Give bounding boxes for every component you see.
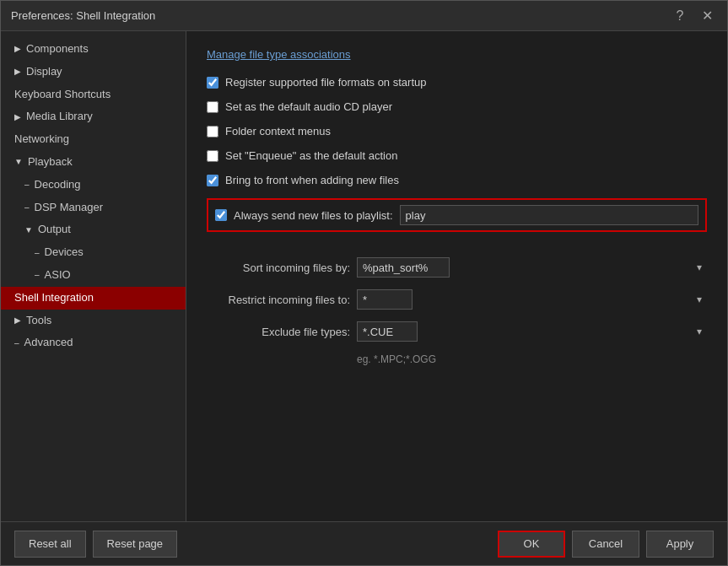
dialog-body: ▶Components▶DisplayKeyboard Shortcuts▶Me… <box>1 31 727 521</box>
send-to-playlist-label[interactable]: Always send new files to playlist: <box>234 209 393 222</box>
checkbox-folder-context: Folder context menus <box>207 125 707 137</box>
arrow-icon: – <box>14 337 19 350</box>
sidebar-item-devices[interactable]: –Devices <box>1 241 186 264</box>
register-formats-checkbox[interactable] <box>207 77 218 89</box>
sidebar-item-label: ASIO <box>45 267 71 284</box>
sidebar-item-label: Advanced <box>24 334 73 352</box>
exclude-row: Exclude file types: *.CUE *.MPC *.OGG <box>207 321 707 342</box>
register-formats-label[interactable]: Register supported file formats on start… <box>225 76 426 89</box>
close-button[interactable]: ✕ <box>697 6 717 26</box>
sidebar-item-dsp-manager[interactable]: –DSP Manager <box>1 197 186 219</box>
send-to-playlist-row: Always send new files to playlist: <box>207 198 707 232</box>
ok-button[interactable]: OK <box>498 531 565 558</box>
sidebar-item-output[interactable]: ▼Output <box>1 218 186 241</box>
sidebar-item-playback[interactable]: ▼Playback <box>1 151 186 174</box>
reset-all-button[interactable]: Reset all <box>14 531 86 558</box>
hint-text: eg. *.MPC;*.OGG <box>357 353 707 365</box>
sidebar-item-label: Tools <box>26 312 51 330</box>
sidebar-item-label: Display <box>26 63 62 81</box>
restrict-row: Restrict incoming files to: * *.mp3 *.fl… <box>207 289 707 310</box>
sidebar-item-asio[interactable]: –ASIO <box>1 264 186 287</box>
folder-context-label[interactable]: Folder context menus <box>225 125 331 137</box>
sidebar-item-components[interactable]: ▶Components <box>1 38 186 61</box>
sort-select-wrapper: %path_sort% %filename% %title% <box>357 257 707 278</box>
sidebar-item-label: Decoding <box>35 176 81 194</box>
arrow-icon: ▶ <box>14 42 21 56</box>
sidebar-item-label: Media Library <box>26 108 93 126</box>
help-button[interactable]: ? <box>670 6 690 26</box>
arrow-icon: – <box>35 268 40 282</box>
enqueue-label[interactable]: Set "Enqueue" as the default action <box>225 149 397 162</box>
sidebar-item-advanced[interactable]: –Advanced <box>1 332 186 354</box>
restrict-label: Restrict incoming files to: <box>207 294 350 306</box>
exclude-label: Exclude file types: <box>207 326 350 338</box>
send-to-playlist-checkbox[interactable] <box>215 209 227 221</box>
apply-button[interactable]: Apply <box>646 531 714 558</box>
enqueue-checkbox[interactable] <box>207 150 218 162</box>
arrow-icon: – <box>35 246 40 260</box>
arrow-icon: ▶ <box>14 314 21 327</box>
sidebar-item-label: Components <box>26 40 89 58</box>
sort-label: Sort incoming files by: <box>207 261 350 274</box>
exclude-select-wrapper: *.CUE *.MPC *.OGG <box>357 321 707 342</box>
sidebar-item-label: Output <box>38 221 71 239</box>
exclude-select[interactable]: *.CUE *.MPC *.OGG <box>357 321 418 342</box>
sort-row: Sort incoming files by: %path_sort% %fil… <box>207 257 707 278</box>
titlebar: Preferences: Shell Integration ? ✕ <box>1 1 727 31</box>
arrow-icon: ▶ <box>14 65 21 78</box>
footer-left-buttons: Reset all Reset page <box>14 531 177 558</box>
arrow-icon: ▼ <box>24 224 33 237</box>
sidebar-item-label: Keyboard Shortcuts <box>14 86 111 104</box>
sidebar-item-networking[interactable]: Networking <box>1 128 186 151</box>
sidebar-item-display[interactable]: ▶Display <box>1 61 186 84</box>
dialog-footer: Reset all Reset page OK Cancel Apply <box>1 521 727 565</box>
default-cd-checkbox[interactable] <box>207 101 218 113</box>
arrow-icon: ▼ <box>14 155 23 169</box>
footer-right-buttons: OK Cancel Apply <box>498 531 714 558</box>
sidebar: ▶Components▶DisplayKeyboard Shortcuts▶Me… <box>1 31 186 521</box>
sidebar-item-label: Playback <box>28 154 73 171</box>
playlist-name-input[interactable] <box>400 205 698 225</box>
arrow-icon: – <box>24 201 30 214</box>
sidebar-item-decoding[interactable]: –Decoding <box>1 174 186 197</box>
restrict-select-wrapper: * *.mp3 *.flac <box>357 289 707 310</box>
sidebar-item-keyboard-shortcuts[interactable]: Keyboard Shortcuts <box>1 84 186 106</box>
sidebar-item-media-library[interactable]: ▶Media Library <box>1 105 186 128</box>
reset-page-button[interactable]: Reset page <box>93 531 178 558</box>
restrict-select[interactable]: * *.mp3 *.flac <box>357 289 413 310</box>
bring-to-front-label[interactable]: Bring to front when adding new files <box>225 174 399 186</box>
sidebar-item-label: Devices <box>45 244 84 261</box>
arrow-icon: ▶ <box>14 111 21 124</box>
checkbox-enqueue: Set "Enqueue" as the default action <box>207 149 707 162</box>
content-area: Manage file type associations Register s… <box>186 31 727 521</box>
sidebar-item-label: DSP Manager <box>35 199 103 217</box>
bring-to-front-checkbox[interactable] <box>207 175 218 186</box>
folder-context-checkbox[interactable] <box>207 126 218 137</box>
arrow-icon: – <box>24 178 30 191</box>
manage-link[interactable]: Manage file type associations <box>207 48 351 61</box>
checkbox-bring-to-front: Bring to front when adding new files <box>207 174 707 186</box>
dialog-title: Preferences: Shell Integration <box>11 9 155 22</box>
sidebar-item-label: Shell Integration <box>14 289 94 307</box>
checkbox-default-cd: Set as the default audio CD player <box>207 100 707 113</box>
sidebar-item-label: Networking <box>14 131 69 148</box>
sort-select[interactable]: %path_sort% %filename% %title% <box>357 257 450 278</box>
sidebar-item-shell-integration[interactable]: Shell Integration <box>1 287 186 310</box>
sidebar-item-tools[interactable]: ▶Tools <box>1 310 186 332</box>
cancel-button[interactable]: Cancel <box>572 531 639 558</box>
default-cd-label[interactable]: Set as the default audio CD player <box>225 100 392 113</box>
preferences-dialog: Preferences: Shell Integration ? ✕ ▶Comp… <box>0 0 728 566</box>
titlebar-buttons: ? ✕ <box>670 6 717 26</box>
checkbox-register-formats: Register supported file formats on start… <box>207 76 707 89</box>
